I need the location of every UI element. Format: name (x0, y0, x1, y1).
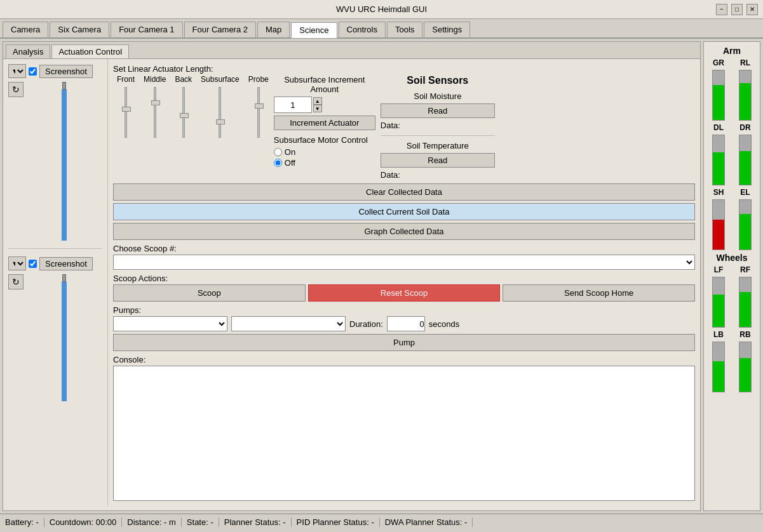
motor-bar-el-container (739, 199, 752, 250)
tab-controls[interactable]: Controls (339, 22, 386, 37)
spin-down[interactable]: ▼ (313, 105, 322, 112)
motor-bar-rl (739, 83, 751, 121)
motor-bar-gr-container (712, 70, 725, 121)
top-dropdown[interactable]: ▼ (8, 64, 26, 78)
slider-subsurface: Subsurface (201, 75, 240, 141)
title-bar: WVU URC Heimdall GUI − □ ✕ (0, 0, 763, 19)
soil-sensors-title: Soil Sensors (381, 75, 495, 86)
bottom-checkbox[interactable] (29, 260, 37, 268)
actuator-title: Set Linear Actuator Length: (113, 64, 695, 74)
wheel-bar-lb-container (712, 342, 725, 392)
clear-data-button[interactable]: Clear Collected Data (113, 183, 695, 201)
screenshot-button-2[interactable]: Screenshot (39, 257, 93, 270)
soil-moisture-label: Soil Moisture (381, 91, 495, 101)
state-status: State: - (182, 517, 219, 527)
bottom-control-row: ▼ Screenshot (8, 256, 102, 270)
right-content: Set Linear Actuator Length: Front (108, 59, 700, 506)
thumb-front[interactable] (122, 107, 131, 112)
tab-map[interactable]: Map (257, 22, 290, 37)
duration-label: Duration: (349, 319, 383, 329)
arm-panel: Arm GR RL DL DR SH EL (703, 41, 760, 511)
seconds-label: seconds (429, 319, 459, 329)
motor-bar-dr-container (739, 135, 752, 185)
graph-data-button[interactable]: Graph Collected Data (113, 223, 695, 240)
pump-select-1[interactable] (113, 316, 227, 331)
spin-up[interactable]: ▲ (313, 97, 322, 105)
console-area[interactable] (113, 366, 695, 501)
increment-actuator-button[interactable]: Increment Actuator (274, 116, 375, 130)
top-checkbox[interactable] (29, 67, 37, 76)
app-title: WVU URC Heimdall GUI (336, 4, 427, 14)
close-button[interactable]: ✕ (746, 4, 758, 15)
label-front: Front (117, 75, 135, 84)
sliders-area: Front Middle (117, 75, 269, 141)
thumb-subsurface[interactable] (216, 119, 225, 124)
motor-bar-gr (713, 85, 724, 120)
scoop-number-select[interactable] (113, 255, 695, 270)
pump-button[interactable]: Pump (113, 334, 695, 351)
track-front (125, 87, 127, 138)
wheel-rb-label: RB (733, 330, 757, 339)
blue-bar-bottom: ↻ (8, 274, 102, 401)
data-buttons: Clear Collected Data Collect Current Soi… (113, 183, 695, 240)
scoop-actions-section: Scoop Actions: Scoop Reset Scoop Send Sc… (113, 274, 695, 302)
wheel-bar-rb (739, 358, 751, 392)
top-section: ▼ Screenshot ↻ (8, 64, 102, 241)
send-scoop-home-button[interactable]: Send Scoop Home (503, 284, 695, 302)
tab-settings[interactable]: Settings (424, 22, 470, 37)
maximize-button[interactable]: □ (731, 4, 743, 15)
radio-off-label[interactable]: Off (274, 158, 375, 168)
thumb-middle[interactable] (151, 100, 160, 105)
motor-dl-label: DL (706, 123, 731, 132)
slider-middle: Middle (144, 75, 166, 141)
pumps-label: Pumps: (113, 305, 695, 315)
blue-bar-top: ↻ (8, 82, 102, 241)
minimize-button[interactable]: − (716, 4, 727, 15)
tab-six-camera[interactable]: Six Camera (50, 22, 109, 37)
tab-tools[interactable]: Tools (387, 22, 422, 37)
radio-on-text: On (285, 147, 295, 157)
wheel-bar-rf-container (739, 277, 752, 328)
thumb-back[interactable] (180, 113, 189, 118)
spinbox-arrows: ▲ ▼ (313, 97, 322, 112)
track-back (182, 87, 185, 138)
radio-on[interactable] (274, 148, 282, 156)
increment-spinbox[interactable] (274, 96, 312, 113)
screenshot-button-1[interactable]: Screenshot (39, 65, 93, 78)
refresh-button-2[interactable]: ↻ (8, 274, 24, 289)
wheel-bar-rf (739, 292, 751, 327)
slider-thumb-bottom[interactable] (62, 274, 66, 282)
arm-motors-sh-el: SH EL (706, 188, 757, 250)
duration-input[interactable] (387, 316, 425, 331)
tab-science[interactable]: Science (291, 22, 337, 38)
label-middle: Middle (144, 75, 166, 84)
motor-bar-sh (713, 220, 724, 249)
reset-scoop-button[interactable]: Reset Scoop (308, 284, 501, 302)
tab-four-camera-1[interactable]: Four Camera 1 (111, 22, 182, 37)
scoop-actions-row: Scoop Reset Scoop Send Scoop Home (113, 284, 695, 302)
sub-tab-actuation-control[interactable]: Actuation Control (51, 44, 129, 58)
motor-dr-label: DR (733, 123, 757, 132)
tab-four-camera-2[interactable]: Four Camera 2 (184, 22, 256, 37)
scoop-actions-label: Scoop Actions: (113, 274, 695, 283)
radio-on-label[interactable]: On (274, 147, 375, 157)
read-temperature-button[interactable]: Read (381, 153, 495, 168)
motor-bar-el (739, 214, 751, 249)
slider-thumb-top[interactable] (62, 82, 66, 90)
thumb-probe[interactable] (255, 103, 264, 109)
blue-bar-fill-1 (62, 90, 67, 241)
track-middle (154, 87, 156, 138)
refresh-button-1[interactable]: ↻ (8, 82, 24, 97)
read-moisture-button[interactable]: Read (381, 103, 495, 118)
slider-front: Front (117, 75, 135, 141)
scoop-button[interactable]: Scoop (113, 284, 306, 302)
subsurface-controls: Subsurface IncrementAmount ▲ ▼ Increment… (274, 75, 375, 168)
sub-tab-analysis[interactable]: Analysis (6, 44, 50, 58)
collect-data-button[interactable]: Collect Current Soil Data (113, 203, 695, 220)
radio-off[interactable] (274, 159, 282, 167)
bottom-dropdown[interactable]: ▼ (8, 256, 26, 270)
pump-select-2[interactable] (231, 316, 346, 331)
tab-camera[interactable]: Camera (3, 22, 48, 37)
window-controls: − □ ✕ (716, 4, 758, 15)
wheel-bar-rb-container (739, 342, 752, 392)
